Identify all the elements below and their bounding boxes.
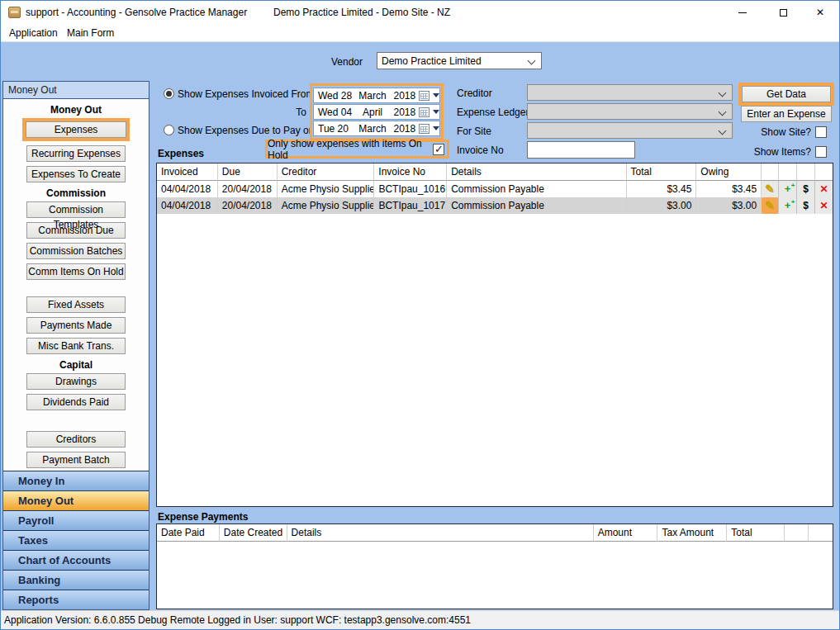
invoice-no-input[interactable] <box>527 141 635 159</box>
expense-ledger-select[interactable] <box>527 103 733 120</box>
col-invoiced[interactable]: Invoiced <box>157 163 218 181</box>
maximize-button[interactable] <box>764 1 802 24</box>
sidebar-button-payments-made[interactable]: Payments Made <box>26 317 126 334</box>
col-date-paid[interactable]: Date Paid <box>157 524 220 542</box>
nav-reports[interactable]: Reports <box>3 590 149 609</box>
show-site-checkbox[interactable] <box>815 126 827 138</box>
invoiced-from-date-picker[interactable]: Wed 28 March 2018 <box>313 88 440 103</box>
sidebar-button-dividends-paid[interactable]: Dividends Paid <box>26 394 126 410</box>
sidebar-button-commission-due[interactable]: Commission Due <box>26 222 126 239</box>
edit-button-highlighted[interactable]: ✎ <box>762 197 779 214</box>
dropdown-arrow-icon[interactable] <box>433 126 439 130</box>
expense-row[interactable]: 04/04/2018 20/04/2018 Acme Physio Suppli… <box>157 181 833 197</box>
sidebar-button-recurring-expenses[interactable]: Recurring Expenses <box>26 145 126 162</box>
cell-creditor: Acme Physio Supplie... <box>278 197 375 214</box>
delete-x-icon: ✕ <box>820 201 828 211</box>
chevron-down-icon <box>719 89 727 97</box>
col-action2 <box>809 524 833 542</box>
calendar-icon[interactable] <box>419 107 429 117</box>
sidebar-button-commission-batches[interactable]: Commission Batches <box>26 243 126 259</box>
col-tax-amount[interactable]: Tax Amount <box>657 524 727 542</box>
expenses-grid: Invoiced Due Creditor Invoice No Details… <box>156 163 833 507</box>
nav-payroll[interactable]: Payroll <box>3 510 149 530</box>
pay-button[interactable]: $ <box>797 197 815 214</box>
nav-chart-of-accounts[interactable]: Chart of Accounts <box>3 550 149 570</box>
pay-button[interactable]: $ <box>797 181 815 197</box>
col-creditor[interactable]: Creditor <box>278 163 375 181</box>
cell-total: $3.00 <box>627 197 697 214</box>
due-to-pay-radio[interactable] <box>164 125 174 135</box>
invoice-no-label: Invoice No <box>457 144 504 156</box>
cell-owing: $3.00 <box>696 197 762 214</box>
delete-button[interactable]: ✕ <box>815 181 833 197</box>
creditor-select[interactable] <box>527 84 733 101</box>
show-items-checkbox[interactable] <box>815 146 827 158</box>
col-total[interactable]: Total <box>627 163 697 181</box>
col-invoice-no[interactable]: Invoice No <box>374 163 447 181</box>
date-day: Wed 28 <box>318 90 354 102</box>
col-due[interactable]: Due <box>218 163 278 181</box>
for-site-select[interactable] <box>527 122 733 139</box>
add-payment-button[interactable]: ++ <box>779 181 797 197</box>
close-button[interactable]: ✕ <box>801 1 839 24</box>
delete-x-icon: ✕ <box>820 184 828 194</box>
window-title: support - Accounting - Gensolve Practice… <box>26 7 247 18</box>
sidebar-button-comm-items-on-hold[interactable]: Comm Items On Hold <box>26 263 126 280</box>
on-hold-checkbox[interactable] <box>433 144 444 155</box>
vendor-select[interactable]: Demo Practice Limited <box>377 52 542 69</box>
sidebar-button-commission-templates[interactable]: Commission Templates <box>26 201 126 218</box>
delete-button[interactable]: ✕ <box>815 197 833 214</box>
invoiced-from-radio[interactable] <box>164 88 174 99</box>
sidebar-button-drawings[interactable]: Drawings <box>26 373 126 390</box>
due-to-pay-date-picker[interactable]: Tue 20 March 2018 <box>313 121 440 136</box>
col-action4 <box>815 163 833 181</box>
menu-application[interactable]: Application <box>9 27 58 39</box>
col-details[interactable]: Details <box>447 163 626 181</box>
sidebar-button-expenses[interactable]: Expenses <box>26 121 126 138</box>
expense-row[interactable]: 04/04/2018 20/04/2018 Acme Physio Suppli… <box>157 197 833 214</box>
app-icon <box>8 7 21 18</box>
nav-banking[interactable]: Banking <box>3 570 149 590</box>
date-month: March <box>354 123 392 135</box>
col-owing[interactable]: Owing <box>696 163 762 181</box>
dollar-icon: $ <box>803 201 809 211</box>
add-plus-icon: ++ <box>785 201 791 211</box>
dropdown-arrow-icon[interactable] <box>433 110 439 114</box>
dropdown-arrow-icon[interactable] <box>433 93 439 97</box>
edit-button[interactable]: ✎ <box>762 181 779 197</box>
get-data-button[interactable]: Get Data <box>742 86 831 102</box>
minimize-button[interactable] <box>724 1 762 24</box>
app-window: support - Accounting - Gensolve Practice… <box>0 0 840 630</box>
to-label: To <box>178 107 306 118</box>
add-payment-button[interactable]: ++ <box>779 197 797 214</box>
date-year: 2018 <box>392 123 417 135</box>
menu-main-form[interactable]: Main Form <box>67 27 114 39</box>
nav-taxes[interactable]: Taxes <box>3 530 149 550</box>
col-details[interactable]: Details <box>287 524 594 542</box>
col-action3 <box>797 163 815 181</box>
cell-total: $3.45 <box>627 181 697 197</box>
title-bar: support - Accounting - Gensolve Practice… <box>1 1 839 24</box>
sidebar-button-fixed-assets[interactable]: Fixed Assets <box>26 296 126 313</box>
nav-money-in[interactable]: Money In <box>3 471 149 490</box>
calendar-icon[interactable] <box>419 124 429 134</box>
col-amount[interactable]: Amount <box>594 524 658 542</box>
sidebar-button-expenses-to-create[interactable]: Expenses To Create <box>26 166 126 182</box>
calendar-icon[interactable] <box>419 91 429 101</box>
enter-expense-button[interactable]: Enter an Expense <box>741 106 832 122</box>
sidebar-heading-capital: Capital <box>3 359 149 371</box>
maximize-icon <box>780 9 787 17</box>
show-items-label: Show Items? <box>754 146 811 158</box>
col-date-created[interactable]: Date Created <box>220 524 287 542</box>
sidebar-button-misc-bank-trans[interactable]: Misc Bank Trans. <box>26 338 126 354</box>
on-hold-label: Only show expenses with items On Hold <box>268 138 429 161</box>
date-month: April <box>354 107 392 118</box>
col-action2 <box>779 163 797 181</box>
date-month: March <box>354 90 392 102</box>
cell-due: 20/04/2018 <box>218 197 278 214</box>
sidebar-button-payment-batch[interactable]: Payment Batch <box>26 452 126 468</box>
invoiced-to-date-picker[interactable]: Wed 04 April 2018 <box>313 104 440 120</box>
nav-money-out[interactable]: Money Out <box>3 490 149 510</box>
col-total[interactable]: Total <box>727 524 785 542</box>
sidebar-button-creditors[interactable]: Creditors <box>26 431 126 448</box>
